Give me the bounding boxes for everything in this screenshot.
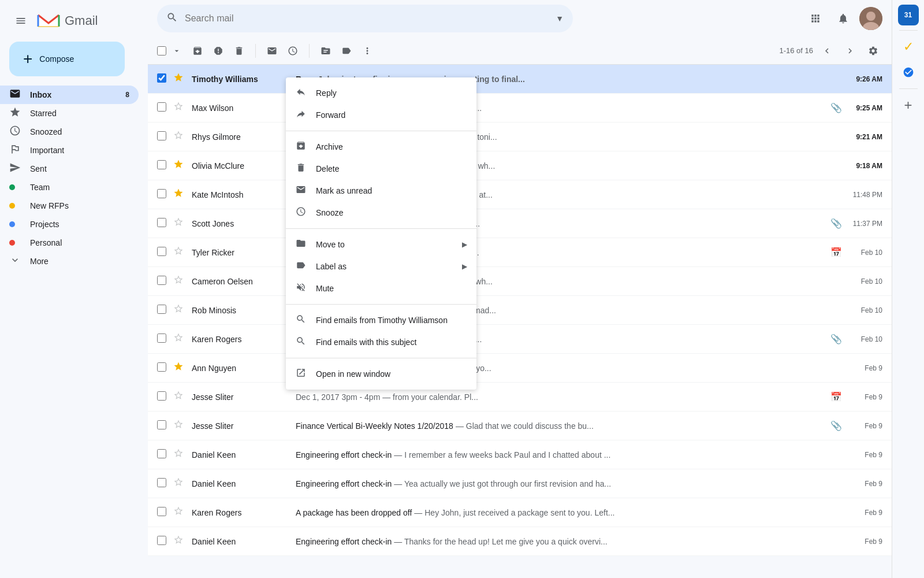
archive-toolbar-button[interactable] [188,42,207,60]
context-menu-open-window[interactable]: Open in new window [286,363,476,385]
email-row[interactable]: Karen Rogers s year — Glad that we got t… [148,325,892,354]
email-star[interactable] [173,535,187,548]
compose-button[interactable]: + Compose [9,42,125,76]
email-row[interactable]: Rhys Gilmore — Sounds like a plan. I sho… [148,123,892,151]
email-row[interactable]: Daniel Keen Engineering effort check-in … [148,527,892,556]
next-page-button[interactable] [841,42,859,60]
email-star[interactable] [173,361,187,375]
sidebar-item-sent[interactable]: Sent [0,160,139,178]
email-checkbox[interactable] [157,334,166,343]
email-checkbox[interactable] [157,218,166,227]
email-star[interactable] [173,130,187,143]
email-star[interactable] [173,159,187,172]
move-to-toolbar-button[interactable] [316,42,335,60]
email-row[interactable]: Cameron Oelsen available I slotted some … [148,267,892,296]
context-menu-find-from[interactable]: Find emails from Timothy Williamson [286,309,476,331]
apps-grid-button[interactable] [804,7,827,30]
email-row[interactable]: Max Wilson s — Hi John, can you please r… [148,94,892,123]
contacts-panel-button[interactable] [897,61,920,84]
email-star[interactable] [173,332,187,346]
email-row[interactable]: Daniel Keen Engineering effort check-in … [148,469,892,498]
email-star[interactable] [173,303,187,317]
email-checkbox[interactable] [157,276,166,285]
select-dropdown-button[interactable] [167,42,186,60]
email-checkbox[interactable] [157,536,166,545]
email-checkbox[interactable] [157,160,166,169]
notifications-button[interactable] [832,7,855,30]
email-row[interactable]: Karen Rogers A package has been dropped … [148,498,892,527]
mark-unread-toolbar-button[interactable] [263,42,281,60]
add-panel-button[interactable]: + [897,94,920,117]
email-checkbox[interactable] [157,189,166,198]
sidebar-item-more[interactable]: More [0,252,139,271]
sidebar-item-personal[interactable]: Personal [0,234,139,252]
email-star[interactable] [173,217,187,230]
settings-button[interactable] [864,42,882,60]
context-menu-snooze[interactable]: Snooze [286,202,476,224]
email-checkbox[interactable] [157,131,166,140]
email-row[interactable]: Ann Nguyen te across Horizontals, Vertic… [148,354,892,383]
search-dropdown-icon[interactable]: ▼ [556,14,564,23]
email-checkbox[interactable] [157,305,166,314]
email-row[interactable]: Tyler Ricker Feb 5, 2018 2:00pm - 3:00pm… [148,238,892,267]
email-star[interactable] [173,506,187,519]
email-sender: Cameron Oelsen [192,277,296,286]
sidebar-item-projects[interactable]: Projects [0,215,139,234]
email-checkbox[interactable] [157,478,166,487]
context-menu-find-subject[interactable]: Find emails with this subject [286,331,476,353]
report-spam-button[interactable] [209,42,228,60]
email-star[interactable] [173,448,187,461]
email-star[interactable] [173,390,187,403]
tasks-panel-button[interactable]: ✓ [897,35,920,58]
sidebar-item-starred[interactable]: Starred [0,104,139,123]
email-row[interactable]: Timothy Williams Re: e John, just confir… [148,65,892,94]
calendar-panel-button[interactable]: 31 [898,5,919,25]
context-menu-archive[interactable]: Archive [286,136,476,158]
context-menu-mute[interactable]: Mute [286,277,476,299]
email-row[interactable]: Jesse Sliter Finance Vertical Bi-Weekly … [148,412,892,440]
search-bar[interactable]: ▼ [157,5,573,32]
email-star[interactable] [173,477,187,490]
sidebar-item-snoozed[interactable]: Snoozed [0,123,139,141]
sidebar-item-new-rfps[interactable]: New RFPs [0,197,139,215]
hamburger-menu-button[interactable] [9,9,32,32]
email-star[interactable] [173,72,187,86]
email-checkbox[interactable] [157,420,166,429]
email-row[interactable]: Jesse Sliter Dec 1, 2017 3pm - 4pm — fro… [148,383,892,412]
email-checkbox[interactable] [157,247,166,256]
context-menu-delete[interactable]: Delete [286,158,476,180]
sidebar-item-important[interactable]: Important [0,141,139,160]
email-checkbox[interactable] [157,391,166,401]
snooze-toolbar-button[interactable] [284,42,302,60]
sidebar-item-team[interactable]: Team [0,178,139,197]
email-row[interactable]: Olivia McClure — Yeah I completely agree… [148,151,892,180]
email-checkbox[interactable] [157,449,166,458]
context-menu-move-to[interactable]: Move to ▶ [286,234,476,255]
select-all-checkbox[interactable] [157,46,166,55]
email-star[interactable] [173,246,187,259]
email-row[interactable]: Rob Minosis e proposal — Take a look ove… [148,296,892,325]
search-input[interactable] [185,13,556,24]
email-row[interactable]: Daniel Keen Engineering effort check-in … [148,440,892,469]
email-star[interactable] [173,188,187,201]
context-menu-label-as[interactable]: Label as ▶ [286,255,476,277]
email-checkbox[interactable] [157,362,166,372]
email-star[interactable] [173,275,187,288]
email-checkbox[interactable] [157,102,166,112]
email-star[interactable] [173,101,187,114]
email-row[interactable]: Scott Jones s — Our budget last year for… [148,209,892,238]
delete-toolbar-button[interactable] [230,42,248,60]
email-checkbox[interactable] [157,507,166,516]
email-star[interactable] [173,419,187,432]
context-menu-forward[interactable]: Forward [286,104,476,126]
email-sender: Kate McIntosh [192,190,296,199]
sidebar-item-inbox[interactable]: Inbox 8 [0,86,139,104]
email-checkbox[interactable] [157,73,166,83]
email-row[interactable]: Kate McIntosh der has been confirmed for… [148,180,892,209]
label-toolbar-button[interactable] [337,42,356,60]
context-menu-mark-unread[interactable]: Mark as unread [286,180,476,202]
prev-page-button[interactable] [818,42,836,60]
avatar[interactable] [859,7,882,30]
more-toolbar-button[interactable] [358,42,377,60]
context-menu-reply[interactable]: Reply [286,82,476,104]
